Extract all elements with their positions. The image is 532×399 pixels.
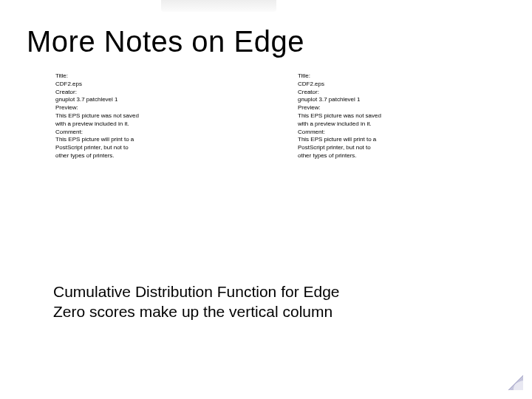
body-line-2: Zero scores make up the vertical column [53, 301, 340, 321]
eps-title-value: CDF2.eps [55, 81, 196, 89]
eps-placeholder-right: Title: CDF2.eps Creator: gnuplot 3.7 pat… [298, 72, 438, 160]
page-curl-icon [508, 375, 523, 390]
eps-comment-text: other types of printers. [55, 152, 196, 160]
body-line-1: Cumulative Distribution Function for Edg… [53, 282, 340, 301]
slide: More Notes on Edge Title: CDF2.eps Creat… [0, 0, 532, 399]
eps-comment-text: PostScript printer, but not to [298, 144, 438, 152]
eps-comment-text: This EPS picture will print to a [55, 136, 196, 144]
eps-title-label: Title: [298, 72, 438, 81]
top-shadow-decoration [161, 0, 276, 12]
eps-comment-label: Comment: [55, 129, 196, 137]
eps-title-value: CDF2.eps [298, 81, 438, 89]
eps-creator-label: Creator: [298, 89, 438, 97]
eps-preview-text: This EPS picture was not saved [55, 112, 196, 120]
eps-creator-value: gnuplot 3.7 patchlevel 1 [298, 96, 438, 104]
eps-creator-value: gnuplot 3.7 patchlevel 1 [55, 96, 196, 104]
eps-comment-label: Comment: [298, 129, 438, 137]
eps-preview-text: This EPS picture was not saved [298, 112, 438, 120]
eps-preview-label: Preview: [55, 104, 196, 112]
eps-placeholder-left: Title: CDF2.eps Creator: gnuplot 3.7 pat… [55, 72, 196, 160]
slide-body-text: Cumulative Distribution Function for Edg… [53, 282, 340, 322]
eps-preview-text: with a preview included in it. [55, 120, 196, 129]
eps-preview-label: Preview: [298, 104, 438, 112]
eps-comment-text: other types of printers. [298, 152, 438, 160]
eps-preview-text: with a preview included in it. [298, 120, 438, 129]
eps-comment-text: This EPS picture will print to a [298, 136, 438, 144]
eps-creator-label: Creator: [55, 89, 196, 97]
eps-title-label: Title: [55, 72, 196, 81]
eps-comment-text: PostScript printer, but not to [55, 144, 196, 152]
slide-title: More Notes on Edge [27, 25, 304, 58]
